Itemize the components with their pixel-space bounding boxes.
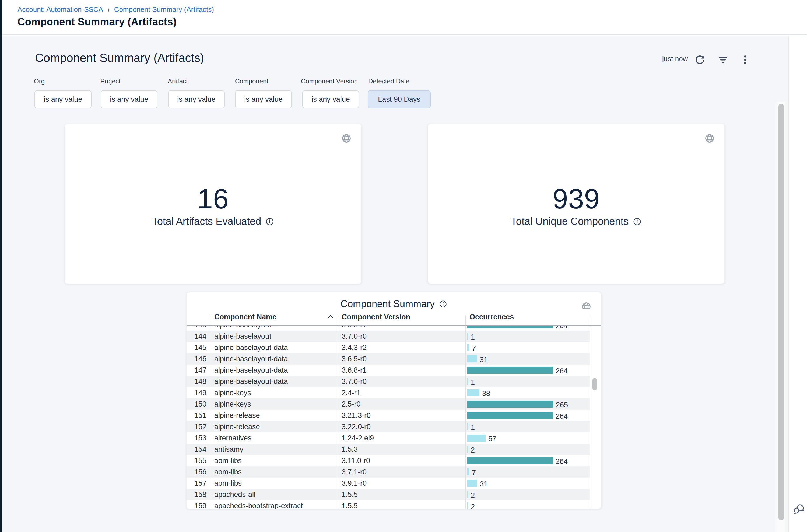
table-row[interactable]: 148alpine-baselayout-data3.7.0-r01	[187, 376, 590, 387]
table-row[interactable]: 152alpine-release3.22.0-r01	[187, 421, 590, 432]
row-index: 147	[187, 364, 210, 376]
partially-scrolled-row-clip: 143alpine-baselayout3.6.8-r1264	[187, 326, 590, 330]
component-version-cell: 3.6.5-r0	[342, 353, 367, 364]
filter-value-button[interactable]: is any value	[35, 90, 92, 109]
table-scrollbar-thumb[interactable]	[593, 378, 597, 391]
dashboard-filters-toggle-button[interactable]	[716, 53, 729, 66]
occurrence-bar	[467, 480, 477, 487]
column-header-component-name[interactable]: Component Name	[214, 308, 276, 325]
component-version-cell: 2.5-r0	[342, 398, 361, 410]
component-version-cell: 3.11.0-r0	[342, 455, 370, 466]
table-row[interactable]: 150alpine-keys2.5-r0265	[187, 398, 590, 410]
filter-value-button[interactable]: is any value	[302, 90, 359, 109]
occurrence-bar	[467, 446, 468, 453]
component-name-cell: aom-libs	[214, 466, 242, 478]
refresh-button[interactable]	[693, 53, 706, 66]
info-icon[interactable]	[439, 300, 447, 308]
collapsed-sidebar-strip[interactable]	[0, 0, 2, 532]
row-index: 150	[187, 398, 210, 410]
help-chat-button[interactable]	[792, 502, 806, 516]
filter-label: Project	[100, 78, 121, 85]
breadcrumb-account-link[interactable]: Account: Automation-SSCA	[18, 5, 103, 14]
occurrence-value: 57	[488, 435, 496, 443]
globe-explore-icon[interactable]	[705, 133, 715, 144]
component-version-cell: 3.7.0-r0	[342, 330, 367, 342]
row-index: 151	[187, 410, 210, 421]
component-name-cell: alpine-keys	[214, 398, 251, 410]
occurrence-value: 1	[471, 378, 475, 386]
sort-ascending-icon[interactable]	[327, 315, 334, 319]
table-row[interactable]: 149alpine-keys2.4-r138	[187, 387, 590, 398]
component-name-cell: aom-libs	[214, 455, 242, 466]
row-index: 158	[187, 489, 210, 500]
info-icon[interactable]	[633, 217, 641, 226]
occurrences-cell: 57	[467, 432, 496, 444]
occurrences-cell: 7	[467, 342, 476, 353]
filter-icon	[717, 54, 729, 65]
stat-card-total-artifacts: 16 Total Artifacts Evaluated	[64, 124, 362, 284]
occurrences-cell: 7	[467, 466, 476, 478]
breadcrumb: Account: Automation-SSCA › Component Sum…	[18, 5, 214, 14]
filter-label: Detected Date	[368, 78, 409, 85]
row-index: 154	[187, 444, 210, 455]
page-scrollbar-thumb[interactable]	[779, 104, 784, 520]
occurrences-cell: 2	[467, 444, 475, 455]
table-row[interactable]: 146alpine-baselayout-data3.6.5-r031	[187, 353, 590, 364]
occurrence-bar	[467, 389, 479, 396]
occurrences-cell: 1	[467, 330, 475, 342]
app-window: Account: Automation-SSCA › Component Sum…	[0, 0, 807, 532]
filter-label: Org	[34, 78, 45, 85]
table-row[interactable]: 144alpine-baselayout3.7.0-r01	[187, 330, 590, 342]
occurrence-bar	[467, 423, 468, 430]
component-version-cell: 3.7.0-r0	[342, 376, 367, 387]
column-header-occurrences[interactable]: Occurrences	[469, 308, 514, 325]
table-row[interactable]: 153alternatives1.24-2.el957	[187, 432, 590, 444]
info-icon[interactable]	[265, 217, 274, 226]
table-row[interactable]: 156aom-libs3.7.1-r07	[187, 466, 590, 478]
globe-explore-icon[interactable]	[341, 133, 351, 144]
component-name-cell: apacheds-bootstrap-extract	[214, 500, 303, 509]
filter-value-button[interactable]: is any value	[168, 90, 225, 109]
component-version-cell: 3.7.1-r0	[342, 466, 367, 478]
table-row[interactable]: 151alpine-release3.21.3-r0264	[187, 410, 590, 421]
occurrences-cell: 264	[467, 410, 568, 421]
table-row[interactable]: 147alpine-baselayout-data3.6.8-r1264	[187, 364, 590, 376]
table-row[interactable]: 158apacheds-all1.5.52	[187, 489, 590, 500]
occurrence-value: 7	[472, 344, 476, 353]
occurrences-cell: 31	[467, 478, 488, 489]
occurrences-cell: 265	[467, 398, 568, 410]
column-header-component-version[interactable]: Component Version	[342, 308, 410, 325]
table-row[interactable]: 145alpine-baselayout-data3.4.3-r27	[187, 342, 590, 353]
occurrence-value: 2	[471, 503, 475, 509]
table-body: 144alpine-baselayout3.7.0-r01145alpine-b…	[187, 330, 601, 509]
occurrences-cell: 264	[467, 364, 568, 376]
occurrence-bar	[467, 412, 553, 419]
occurrence-bar	[467, 502, 468, 509]
table-row[interactable]: 155aom-libs3.11.0-r0264	[187, 455, 590, 466]
row-index: 155	[187, 455, 210, 466]
component-version-cell: 1.24-2.el9	[342, 432, 374, 444]
sticky-header-divider	[187, 325, 601, 326]
table-row[interactable]: 154antisamy1.5.32	[187, 444, 590, 455]
occurrences-cell: 264	[467, 326, 568, 330]
breadcrumb-page-link[interactable]: Component Summary (Artifacts)	[114, 5, 214, 14]
stat-value: 16	[65, 183, 361, 215]
occurrence-bar	[467, 378, 468, 385]
component-version-cell: 3.9.1-r0	[342, 478, 367, 489]
table-row[interactable]: 159apacheds-bootstrap-extract1.5.52	[187, 500, 590, 509]
occurrences-cell: 2	[467, 500, 475, 509]
occurrences-cell: 264	[467, 455, 568, 466]
row-index: 146	[187, 353, 210, 364]
filter-value-button[interactable]: is any value	[235, 90, 292, 109]
filter-value-button[interactable]: is any value	[101, 90, 157, 109]
component-name-cell: alpine-baselayout	[214, 326, 271, 330]
component-name-cell: alpine-release	[214, 410, 260, 421]
dashboard-actions-menu-button[interactable]	[738, 53, 752, 66]
table-row[interactable]: 143alpine-baselayout3.6.8-r1264	[187, 326, 590, 330]
filter-value-button[interactable]: Last 90 Days	[368, 90, 431, 109]
row-index: 152	[187, 421, 210, 432]
row-index: 153	[187, 432, 210, 444]
stat-value: 939	[428, 183, 724, 215]
component-name-cell: alpine-keys	[214, 387, 251, 398]
table-row[interactable]: 157aom-libs3.9.1-r031	[187, 478, 590, 489]
